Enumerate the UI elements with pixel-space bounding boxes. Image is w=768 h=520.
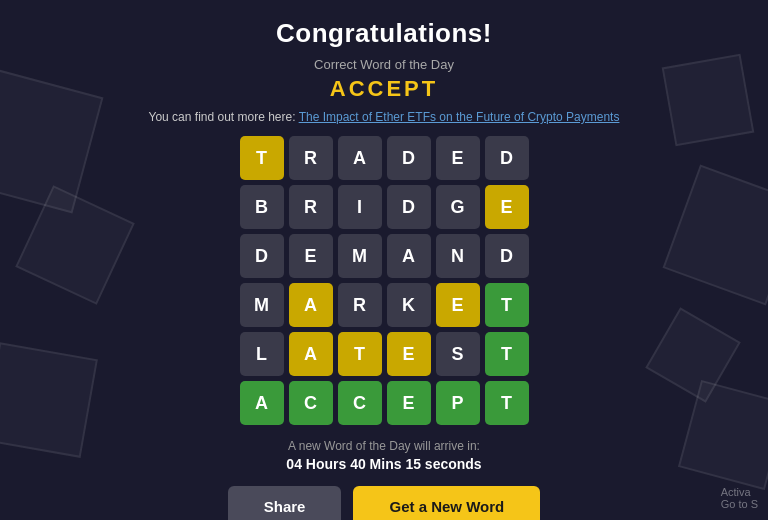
tile-r5-c1: C — [289, 381, 333, 425]
tile-r2-c2: M — [338, 234, 382, 278]
tile-r1-c4: G — [436, 185, 480, 229]
tile-r0-c2: A — [338, 136, 382, 180]
tile-r4-c2: T — [338, 332, 382, 376]
correct-word-subtitle: Correct Word of the Day — [314, 57, 454, 72]
tile-r0-c5: D — [485, 136, 529, 180]
tile-r5-c4: P — [436, 381, 480, 425]
tile-r2-c1: E — [289, 234, 333, 278]
tile-r2-c0: D — [240, 234, 284, 278]
tile-r3-c2: R — [338, 283, 382, 327]
tile-r1-c2: I — [338, 185, 382, 229]
tile-r1-c3: D — [387, 185, 431, 229]
get-new-word-button[interactable]: Get a New Word — [353, 486, 540, 520]
action-buttons: Share Get a New Word — [228, 486, 540, 520]
tile-r4-c0: L — [240, 332, 284, 376]
tile-r0-c1: R — [289, 136, 333, 180]
share-button[interactable]: Share — [228, 486, 342, 520]
tile-r1-c1: R — [289, 185, 333, 229]
word-grid: TRADEDBRIDGEDEMANDMARKETLATESTACCEPT — [240, 136, 529, 425]
word-answer: ACCEPT — [330, 76, 438, 102]
countdown-time: 04 Hours 40 Mins 15 seconds — [286, 456, 481, 472]
tile-r2-c4: N — [436, 234, 480, 278]
tile-r4-c5: T — [485, 332, 529, 376]
article-link-container: You can find out more here: The Impact o… — [149, 110, 620, 124]
article-link[interactable]: The Impact of Ether ETFs on the Future o… — [299, 110, 620, 124]
tile-r3-c5: T — [485, 283, 529, 327]
tile-r2-c3: A — [387, 234, 431, 278]
tile-r0-c3: D — [387, 136, 431, 180]
tile-r1-c5: E — [485, 185, 529, 229]
tile-r5-c2: C — [338, 381, 382, 425]
congratulations-title: Congratulations! — [276, 18, 492, 49]
link-prefix: You can find out more here: — [149, 110, 299, 124]
tile-r3-c1: A — [289, 283, 333, 327]
tile-r5-c5: T — [485, 381, 529, 425]
tile-r2-c5: D — [485, 234, 529, 278]
tile-r0-c0: T — [240, 136, 284, 180]
tile-r4-c1: A — [289, 332, 333, 376]
tile-r1-c0: B — [240, 185, 284, 229]
tile-r4-c3: E — [387, 332, 431, 376]
tile-r5-c0: A — [240, 381, 284, 425]
tile-r3-c4: E — [436, 283, 480, 327]
countdown-label: A new Word of the Day will arrive in: — [288, 439, 480, 453]
tile-r3-c3: K — [387, 283, 431, 327]
tile-r4-c4: S — [436, 332, 480, 376]
tile-r5-c3: E — [387, 381, 431, 425]
tile-r0-c4: E — [436, 136, 480, 180]
tile-r3-c0: M — [240, 283, 284, 327]
